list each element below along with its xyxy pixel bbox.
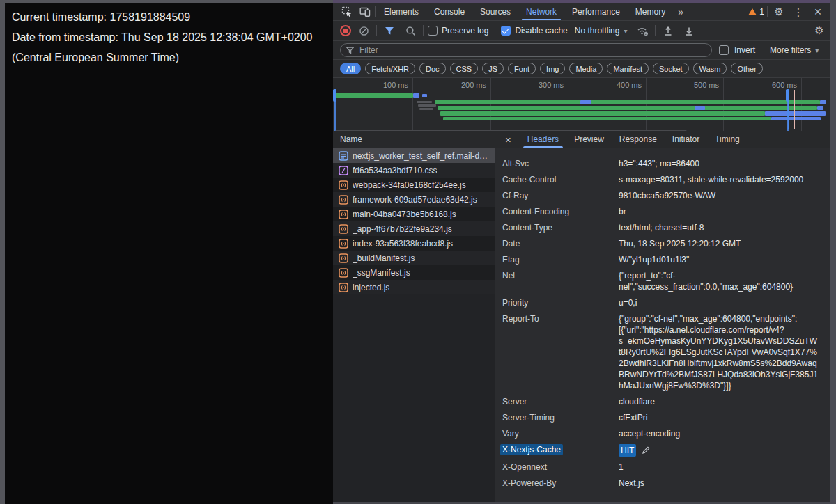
table-row[interactable]: injected.js	[333, 280, 495, 294]
device-toolbar-icon[interactable]	[357, 4, 373, 19]
settings-icon[interactable]: ⚙	[771, 4, 787, 19]
header-row: Cache-Controls-maxage=80311, stale-while…	[502, 171, 830, 187]
more-tabs-icon[interactable]: »	[674, 6, 688, 17]
request-name: _buildManifest.js	[353, 253, 415, 263]
preserve-log-label[interactable]: Preserve log	[442, 26, 488, 36]
menu-icon[interactable]: ⋮	[790, 4, 807, 19]
more-filters-dropdown[interactable]: More filters ▾	[767, 45, 821, 55]
tab-performance[interactable]: Performance	[565, 3, 627, 20]
import-har-icon[interactable]	[660, 23, 676, 38]
highlighted-header-name: X-Nextjs-Cache	[500, 444, 563, 455]
tab-timing[interactable]: Timing	[707, 131, 748, 148]
chip-other[interactable]: Other	[731, 63, 763, 74]
header-name: X-Opennext	[502, 462, 619, 473]
chip-all[interactable]: All	[340, 63, 361, 74]
waterfall-bar	[413, 93, 419, 98]
table-row[interactable]: framework-609ad57edae63d42.js	[333, 192, 495, 207]
tab-sources[interactable]: Sources	[473, 3, 518, 20]
name-column-header[interactable]: Name	[333, 131, 495, 148]
clear-icon[interactable]	[355, 23, 372, 38]
tab-preview[interactable]: Preview	[566, 131, 612, 148]
table-row[interactable]: main-04ba0473be5b6168.js	[333, 207, 495, 221]
network-conditions-icon[interactable]	[634, 23, 651, 38]
table-row[interactable]: _buildManifest.js	[333, 251, 495, 265]
header-name: X-Powered-By	[502, 478, 619, 489]
header-row: X-Opennext1	[502, 459, 830, 475]
page-line-date: Date from timestamp: Thu Sep 18 2025 12:…	[12, 27, 327, 47]
chip-css[interactable]: CSS	[450, 63, 479, 74]
network-settings-icon[interactable]: ⚙	[811, 23, 828, 38]
table-row[interactable]: _app-4f67b7b22fe9a234.js	[333, 221, 495, 236]
filter-row: Invert More filters ▾	[333, 41, 830, 60]
tab-network[interactable]: Network	[519, 3, 564, 20]
network-overview-timeline[interactable]: 100 ms 200 ms 300 ms 400 ms 500 ms 600 m…	[333, 78, 830, 134]
header-value: {"report_to":"cf-nel","success_fraction"…	[619, 270, 819, 292]
table-row[interactable]: index-93a563f38feabcd8.js	[333, 236, 495, 251]
request-name: main-04ba0473be5b6168.js	[353, 210, 456, 219]
tab-response[interactable]: Response	[612, 131, 665, 148]
chip-js[interactable]: JS	[482, 63, 504, 74]
search-icon[interactable]	[402, 23, 419, 38]
chip-manifest[interactable]: Manifest	[607, 63, 649, 74]
waterfall-bar	[443, 117, 771, 120]
disable-cache-label[interactable]: Disable cache	[515, 26, 567, 36]
chip-font[interactable]: Font	[508, 63, 536, 74]
chip-socket[interactable]: Socket	[653, 63, 689, 74]
table-row[interactable]: _ssgManifest.js	[333, 265, 495, 280]
request-name: _app-4f67b7b22fe9a234.js	[353, 224, 452, 234]
preserve-log-checkbox[interactable]	[428, 26, 438, 36]
header-row: X-Powered-ByNext.js	[502, 475, 830, 491]
tab-console[interactable]: Console	[427, 3, 472, 20]
close-devtools-icon[interactable]: ×	[810, 4, 826, 19]
tab-elements[interactable]: Elements	[377, 3, 426, 20]
page-line-timezone: (Central European Summer Time)	[12, 47, 327, 68]
invert-label[interactable]: Invert	[734, 45, 755, 55]
throttling-dropdown[interactable]: No throttling ▾	[572, 26, 630, 36]
overview-left-handle[interactable]	[333, 89, 336, 102]
request-name: nextjs_worker_test_self_ref.mail-d…	[353, 151, 488, 161]
tick-label: 500 ms	[666, 81, 719, 89]
close-details-icon[interactable]: ×	[495, 134, 520, 145]
record-icon[interactable]	[340, 25, 351, 36]
divider	[423, 25, 424, 36]
header-row: Varyaccept-encoding	[502, 425, 830, 441]
filter-icon[interactable]	[381, 23, 398, 38]
filter-input[interactable]	[358, 45, 706, 56]
table-row[interactable]: fd6a534aa3bdf710.css	[333, 163, 495, 178]
header-value: accept-encoding	[619, 428, 819, 439]
waterfall-bar	[765, 111, 826, 116]
divider	[655, 25, 656, 36]
header-name: Content-Type	[502, 222, 619, 233]
table-row[interactable]: webpack-34fa0e168cf254ee.js	[333, 178, 495, 192]
chip-wasm[interactable]: Wasm	[693, 63, 727, 74]
warning-badge[interactable]: 1	[748, 7, 764, 17]
inspect-element-icon[interactable]	[339, 4, 355, 19]
chip-img[interactable]: Img	[540, 63, 565, 74]
more-filters-label: More filters	[770, 45, 811, 55]
invert-checkbox[interactable]	[719, 45, 729, 55]
document-icon	[339, 151, 348, 161]
tick-label: 200 ms	[433, 81, 486, 89]
header-name: X-Nextjs-Cache	[502, 444, 619, 457]
disable-cache-checkbox[interactable]	[501, 26, 511, 36]
waterfall-bar	[435, 100, 820, 104]
header-value: HIT	[619, 444, 819, 457]
network-toolbar: Preserve log Disable cache No throttling…	[333, 21, 830, 41]
header-name: Nel	[502, 270, 619, 292]
tab-initiator[interactable]: Initiator	[665, 131, 707, 148]
divider	[767, 6, 768, 17]
table-row[interactable]: nextjs_worker_test_self_ref.mail-d…	[333, 148, 495, 163]
edit-pencil-icon[interactable]	[642, 446, 651, 455]
header-name: Report-To	[502, 313, 619, 391]
load-event-line	[794, 90, 795, 129]
chip-fetch-xhr[interactable]: Fetch/XHR	[365, 63, 415, 74]
chip-media[interactable]: Media	[569, 63, 603, 74]
header-row: DateThu, 18 Sep 2025 12:20:12 GMT	[502, 235, 830, 251]
chip-doc[interactable]: Doc	[419, 63, 446, 74]
highlighted-header-value[interactable]: HIT	[619, 444, 636, 457]
tab-headers[interactable]: Headers	[520, 131, 566, 148]
export-har-icon[interactable]	[681, 23, 697, 38]
tab-memory[interactable]: Memory	[628, 3, 672, 20]
overview-right-handle[interactable]	[786, 89, 789, 102]
request-name: webpack-34fa0e168cf254ee.js	[353, 180, 466, 190]
